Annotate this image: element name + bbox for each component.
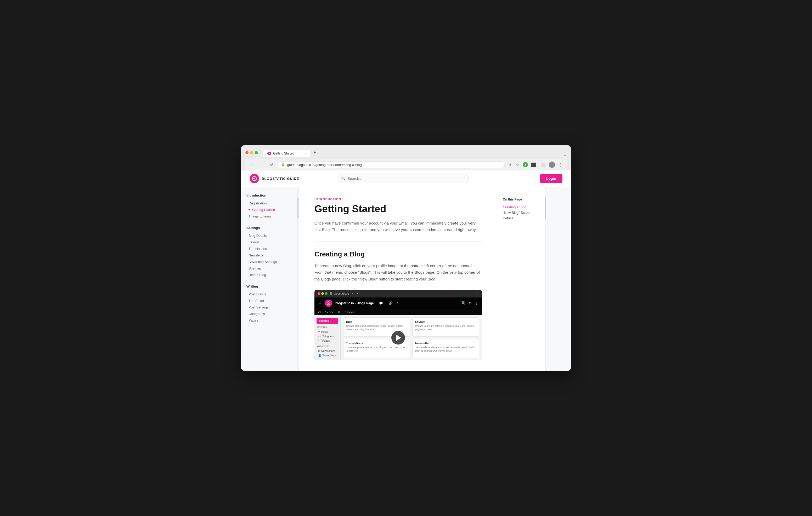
sidebar-section-title-writing: Writing (246, 284, 293, 288)
sidebar-item-layout[interactable]: Layout (246, 239, 293, 245)
video-card-layout: Layout Change your current theme, includ… (412, 317, 479, 337)
sidebar-item-getting-started[interactable]: Getting Started (246, 207, 293, 213)
video-more-icon: ⋮ (474, 301, 478, 305)
sidebar-item-sitemap[interactable]: Sitemap (246, 265, 293, 272)
video-mail-icon: ✉ (318, 350, 320, 352)
new-tab-button[interactable]: + (311, 149, 319, 157)
video-channel-name: blogstatic.io - Blogs Page (336, 301, 374, 305)
video-card-newsletter: Newsletter Set Newsletter elements that … (412, 339, 479, 358)
site-logo: BLOGSTATIC GUIDE (250, 174, 299, 183)
video-time-icon: ⏱ (318, 310, 321, 314)
video-sidebar-mini: Settings WRITING ✏ Posts 🏷 Categories (314, 315, 341, 360)
sidebar-item-label: Categories (249, 312, 265, 316)
video-newsletters-item: ✉ Newsletters (317, 349, 338, 353)
main-scrollbar[interactable] (545, 187, 546, 371)
refresh-button[interactable]: ↺ (268, 162, 275, 167)
extension2-icon[interactable]: ⬛ (530, 162, 537, 168)
extension1-icon[interactable]: ● (523, 162, 528, 167)
video-stats-bar: ⏱ 12 sec 👁 0 views (314, 309, 482, 315)
sidebar: Introduction Registration Getting Starte… (241, 187, 299, 336)
sidebar-section-title-settings: Settings (246, 226, 293, 230)
search-icon: 🔍 (341, 177, 346, 181)
sidebar-item-label: Getting Started (252, 208, 275, 212)
sidebar-item-label: Layout (249, 240, 259, 244)
maximize-traffic-light[interactable] (255, 151, 258, 154)
sidebar-section-introduction: Introduction Registration Getting Starte… (241, 193, 298, 219)
toc-item-creating-a-blog[interactable]: Creating a Blog (503, 205, 540, 210)
search-input[interactable] (338, 174, 469, 183)
active-tab[interactable]: ● Getting Started × (263, 150, 310, 157)
svg-point-3 (328, 303, 329, 304)
video-maximize-light (325, 292, 327, 295)
video-channel-avatar (325, 300, 332, 307)
sidebar-item-registration[interactable]: Registration (246, 200, 293, 207)
sidebar-scroll-thumb (297, 198, 298, 218)
sidebar-item-pages[interactable]: Pages (246, 317, 293, 324)
back-button[interactable]: ← (249, 162, 256, 168)
video-audience-label: AUDIENCE (317, 345, 338, 348)
sidebar-item-translations[interactable]: Translations (246, 245, 293, 252)
play-triangle-icon (396, 335, 401, 341)
browser-actions: ⬆ ☆ ● ⬛ ⬜ ⋮ (507, 161, 563, 168)
video-time-label: 12 sec (325, 310, 334, 314)
toc-item-details[interactable]: Details (503, 215, 540, 221)
sidebar-item-newsletter[interactable]: Newsletter (246, 252, 293, 259)
tab-close-button[interactable]: × (304, 151, 306, 155)
main-content: INTRODUCTION Getting Started Once you ha… (299, 187, 498, 371)
split-view-icon[interactable]: ⬜ (540, 162, 547, 168)
sidebar-item-label: Blog Details (249, 234, 267, 238)
sidebar-item-blog-details[interactable]: Blog Details (246, 232, 293, 239)
minimize-traffic-light[interactable] (250, 151, 253, 154)
tab-favicon: ● (267, 152, 271, 155)
sidebar-item-label: Delete Blog (249, 273, 266, 277)
sidebar-item-advanced-settings[interactable]: Advanced Settings (246, 259, 293, 265)
video-tag-icon: 🏷 (318, 335, 321, 338)
sidebar-item-label: Newsletter (249, 253, 264, 257)
sidebar-item-post-status[interactable]: Post Status (246, 291, 293, 298)
video-views-icon: 👁 (338, 310, 341, 314)
video-tab-label: blogstatic.io (334, 292, 349, 295)
sidebar-item-categories[interactable]: Categories (246, 310, 293, 317)
site-name: BLOGSTATIC GUIDE (262, 177, 299, 181)
url-bar[interactable]: 🔒 guide.blogstatic.io/getting-started#cr… (277, 161, 504, 168)
toc-title: On this Page (503, 198, 540, 201)
profile-avatar[interactable] (549, 161, 555, 168)
video-subscribers-item: 👤 Subscribers (317, 353, 338, 358)
more-options-icon[interactable]: ⋮ (557, 162, 563, 168)
browser-content: BLOGSTATIC GUIDE 🔍 Login Introduction Re… (241, 171, 571, 371)
login-button[interactable]: Login (540, 174, 562, 183)
video-cards-grid: Blog Change blog name, description, head… (341, 315, 482, 360)
share-icon[interactable]: ⬆ (507, 162, 513, 168)
site-header: BLOGSTATIC GUIDE 🔍 Login (241, 171, 571, 187)
video-card-translations-text: Translate general items in your blog suc… (346, 346, 407, 352)
video-actions: 🔍 ⚙ ⋮ (461, 301, 478, 305)
logo-icon (250, 174, 259, 183)
forward-button[interactable]: → (258, 162, 266, 168)
close-traffic-light[interactable] (245, 151, 249, 154)
sidebar-section-writing: Writing Post Status The Editor Post Sett… (241, 284, 298, 324)
video-body: Settings WRITING ✏ Posts 🏷 Categories (314, 315, 482, 360)
video-topbar: blogstatic.io × + ⋮ (314, 290, 482, 298)
video-page-icon: 📄 (318, 339, 321, 342)
sidebar-scrollbar[interactable] (297, 187, 299, 371)
tab-title: Getting Started (273, 152, 294, 155)
video-card-blog-title: Blog (346, 320, 407, 323)
sidebar-item-things-to-know[interactable]: Things to know (246, 213, 293, 219)
toc-item-new-blog-screen[interactable]: "New Blog" Screen (503, 210, 540, 215)
bookmark-icon[interactable]: ☆ (515, 162, 521, 168)
lock-icon: 🔒 (281, 163, 285, 166)
main-scroll-thumb (545, 198, 546, 218)
page-label: INTRODUCTION (314, 198, 482, 201)
play-button[interactable] (392, 331, 405, 344)
sidebar-item-the-editor[interactable]: The Editor (246, 298, 293, 304)
tab-overflow-button[interactable]: ⌄ (563, 153, 567, 157)
sidebar-item-delete-blog[interactable]: Delete Blog (246, 272, 293, 278)
sidebar-item-label: The Editor (249, 299, 264, 303)
video-traffic-lights (318, 292, 327, 295)
tab-bar: ● Getting Started × + ⌄ (263, 149, 567, 157)
page-title: Getting Started (314, 203, 482, 215)
sidebar-item-post-settings[interactable]: Post Settings (246, 304, 293, 310)
traffic-lights (245, 151, 258, 154)
sidebar-section-settings: Settings Blog Details Layout Translation… (241, 226, 298, 278)
video-tab-favicon-icon (329, 292, 332, 295)
